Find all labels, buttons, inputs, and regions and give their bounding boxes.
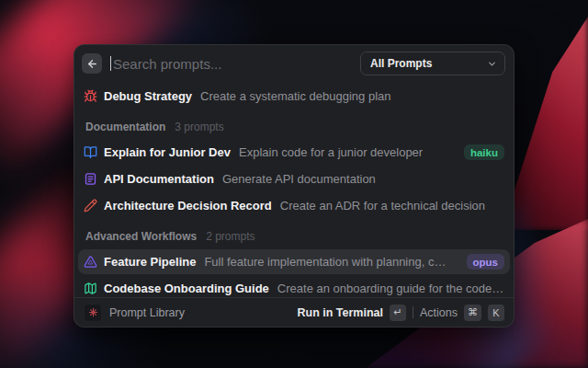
section-label: Advanced Workflows: [85, 230, 197, 243]
prompt-description: Explain code for a junior developer: [239, 145, 450, 159]
prompt-item-explain-for-junior-dev[interactable]: Explain for Junior Dev Explain code for …: [78, 140, 510, 165]
chevron-down-icon: [487, 59, 497, 69]
prompt-item-debug-strategy[interactable]: Debug Strategy Create a systematic debug…: [78, 84, 510, 109]
run-in-terminal-button[interactable]: Run in Terminal: [297, 306, 383, 319]
prompt-item-architecture-decision-record[interactable]: Architecture Decision Record Create an A…: [78, 193, 510, 218]
desktop-background: All Prompts Debug Strategy Create a syst…: [0, 0, 588, 368]
prompt-title: Architecture Decision Record: [104, 199, 272, 213]
section-header-advanced-workflows: Advanced Workflows 2 prompts: [78, 220, 510, 249]
prompt-item-api-documentation[interactable]: API Documentation Generate API documenta…: [78, 167, 510, 191]
model-badge-haiku: haiku: [464, 144, 504, 160]
back-arrow-icon: [86, 58, 98, 70]
prompt-title: Explain for Junior Dev: [104, 145, 231, 159]
prompt-description: Create an onboarding guide for the codeb…: [277, 282, 504, 295]
section-count: 3 prompts: [175, 121, 223, 133]
palette-header: All Prompts: [74, 45, 514, 82]
prompt-description: Create a systematic debugging plan: [200, 89, 504, 103]
search-input[interactable]: [113, 56, 352, 72]
filter-dropdown-value: All Prompts: [370, 57, 432, 70]
prompt-item-feature-pipeline[interactable]: Feature Pipeline Full feature implementa…: [78, 249, 510, 274]
app-logo: [84, 304, 102, 322]
back-button[interactable]: [82, 53, 102, 74]
palette-footer: Prompt Library Run in Terminal ↵ Actions…: [74, 297, 514, 327]
prompt-item-codebase-onboarding-guide[interactable]: Codebase Onboarding Guide Create an onbo…: [78, 276, 510, 297]
pencil-icon: [84, 199, 97, 213]
prompt-title: Debug Strategy: [104, 89, 192, 103]
book-open-icon: [84, 145, 97, 159]
divider: [413, 306, 413, 318]
prompt-title: Feature Pipeline: [104, 255, 196, 269]
triangle-icon: [84, 255, 97, 269]
filter-dropdown[interactable]: All Prompts: [360, 52, 505, 75]
prompt-list: Debug Strategy Create a systematic debug…: [74, 82, 514, 297]
notebook-icon: [84, 172, 97, 186]
bug-icon: [84, 89, 97, 103]
section-count: 2 prompts: [206, 230, 254, 243]
return-key-badge: ↵: [390, 305, 406, 321]
prompt-description: Full feature implementation with plannin…: [204, 255, 452, 269]
starburst-icon: [88, 307, 98, 317]
prompt-title: Codebase Onboarding Guide: [104, 282, 269, 295]
text-caret: [110, 56, 111, 71]
k-key-badge: K: [488, 305, 504, 321]
actions-button[interactable]: Actions: [420, 306, 458, 319]
app-name: Prompt Library: [109, 306, 185, 319]
search-field[interactable]: [110, 56, 352, 72]
prompt-description: Create an ADR for a technical decision: [280, 199, 504, 213]
cmd-key-badge: ⌘: [464, 305, 481, 321]
section-header-documentation: Documentation 3 prompts: [78, 110, 510, 140]
map-icon: [84, 282, 97, 295]
section-label: Documentation: [85, 121, 165, 133]
prompt-title: API Documentation: [104, 172, 214, 186]
model-badge-opus: opus: [467, 254, 504, 270]
prompt-description: Generate API documentation: [222, 172, 504, 186]
footer-actions: Run in Terminal ↵ Actions ⌘ K: [297, 305, 504, 321]
prompt-library-palette: All Prompts Debug Strategy Create a syst…: [74, 44, 514, 328]
